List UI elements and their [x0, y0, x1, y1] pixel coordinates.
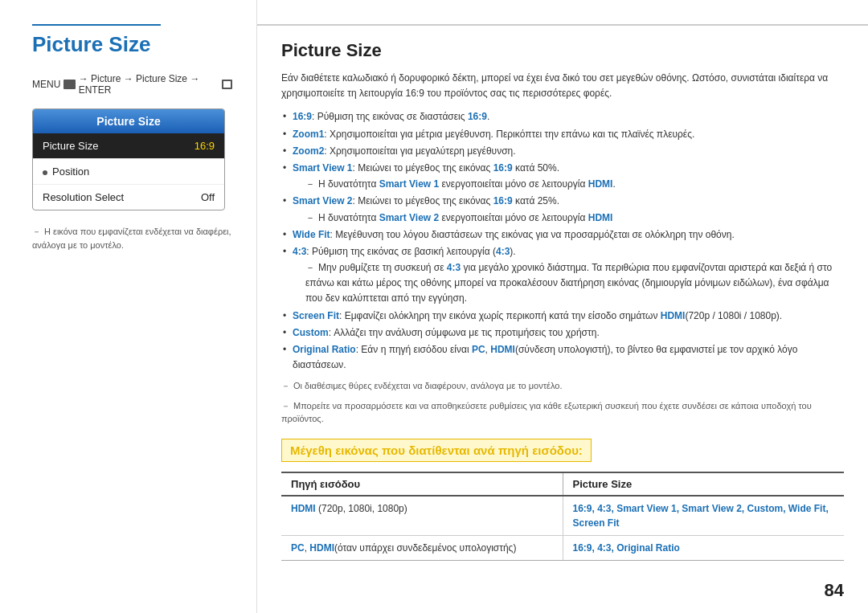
menu-path: MENU → Picture → Picture Size → ENTER	[32, 73, 232, 96]
table-row-hdmi: HDMI (720p, 1080i, 1080p) 16:9, 4:3, Sma…	[281, 497, 844, 536]
osd-item-value-res: Off	[201, 191, 215, 203]
table-row-pc: PC, HDMI(όταν υπάρχει συνδεδεμένος υπολο…	[281, 536, 844, 560]
list-item-screenfit: Screen Fit: Εμφανίζει ολόκληρη την εικόν…	[281, 309, 844, 324]
table-header-source: Πηγή εισόδου	[281, 473, 563, 495]
table-cell-hdmi-sizes: 16:9, 4:3, Smart View 1, Smart View 2, C…	[563, 497, 845, 535]
content-list: 16:9: Ρύθμιση της εικόνας σε διαστάσεις …	[281, 109, 844, 373]
table-header-size: Picture Size	[563, 473, 845, 495]
table-cell-hdmi-source: HDMI (720p, 1080i, 1080p)	[281, 497, 563, 535]
list-item-smartview2: Smart View 2: Μειώνει το μέγεθος της εικ…	[281, 194, 844, 225]
table-cell-pc-source: PC, HDMI(όταν υπάρχει συνδεδεμένος υπολο…	[281, 536, 563, 560]
menu-path-text: MENU	[32, 79, 60, 90]
picture-size-table: Πηγή εισόδου Picture Size HDMI (720p, 10…	[281, 472, 844, 561]
sub-note-43: Μην ρυθμίζετε τη συσκευή σε 4:3 για μεγά…	[293, 260, 844, 307]
left-panel: Picture Size MENU → Picture → Picture Si…	[0, 0, 257, 613]
osd-item-label: Picture Size	[43, 140, 98, 152]
intro-text: Εάν διαθέτετε καλωδιακό ή δορυφορικό δέκ…	[281, 71, 844, 101]
menu-icon	[63, 80, 75, 89]
list-item-originalratio: Original Ratio: Εάν η πηγή εισόδου είναι…	[281, 342, 844, 373]
list-item-custom: Custom: Αλλάζει την ανάλυση σύμφωνα με τ…	[281, 325, 844, 341]
osd-item-dot: Position	[43, 166, 89, 178]
osd-note: Η εικόνα που εμφανίζεται ενδέχεται να δι…	[32, 225, 232, 251]
top-divider	[257, 24, 868, 26]
table-cell-pc-sizes: 16:9, 4:3, Original Ratio	[563, 536, 845, 560]
right-title: Picture Size	[281, 40, 844, 61]
osd-header: Picture Size	[33, 109, 224, 133]
osd-box: Picture Size Picture Size 16:9 Position …	[32, 108, 225, 210]
list-item-smartview1: Smart View 1: Μειώνει το μέγεθος της εικ…	[281, 161, 844, 192]
osd-item-resolution-select[interactable]: Resolution Select Off	[33, 185, 224, 210]
section-heading: Μέγεθη εικόνας που διατίθενται ανά πηγή …	[281, 439, 592, 462]
table-header-row: Πηγή εισόδου Picture Size	[281, 473, 844, 497]
enter-icon	[222, 80, 232, 89]
list-item-widefit: Wide Fit: Μεγέθυνση του λόγου διαστάσεων…	[281, 227, 844, 243]
osd-item-value: 16:9	[194, 140, 215, 152]
osd-item-label-res: Resolution Select	[43, 191, 124, 203]
osd-item-position[interactable]: Position	[33, 159, 224, 185]
list-item-43: 4:3: Ρύθμιση της εικόνας σε βασική λειτο…	[281, 244, 844, 307]
right-note-1: Οι διαθέσιμες θύρες ενδέχεται να διαφέρο…	[281, 379, 844, 393]
menu-path-arrow1: → Picture → Picture Size → ENTER	[79, 73, 219, 96]
list-item-zoom2: Zoom2: Χρησιμοποιείται για μεγαλύτερη με…	[281, 144, 844, 159]
left-title: Picture Size	[32, 32, 232, 57]
right-note-2: Μπορείτε να προσαρμόσετε και να αποθηκεύ…	[281, 399, 844, 426]
right-panel: Picture Size Εάν διαθέτετε καλωδιακό ή δ…	[273, 40, 852, 597]
list-item-zoom1: Zoom1: Χρησιμοποιείται για μέτρια μεγέθυ…	[281, 127, 844, 142]
sub-note-sv1: Η δυνατότητα Smart View 1 ενεργοποιείται…	[293, 177, 844, 192]
sub-note-sv2: Η δυνατότητα Smart View 2 ενεργοποιείται…	[293, 210, 844, 226]
page-number: 84	[825, 580, 844, 601]
osd-item-picture-size[interactable]: Picture Size 16:9	[33, 133, 224, 159]
list-item-169: 16:9: Ρύθμιση της εικόνας σε διαστάσεις …	[281, 109, 844, 125]
